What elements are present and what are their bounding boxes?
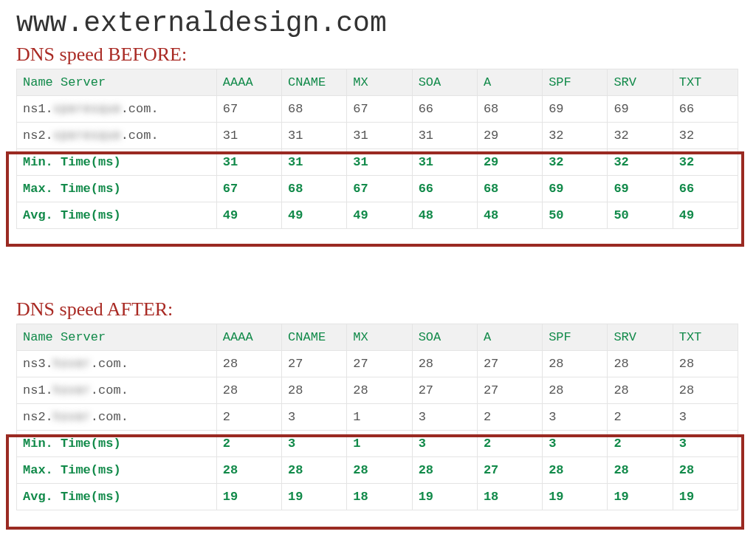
cell: 27 — [477, 377, 542, 404]
col-a: A — [477, 69, 542, 96]
server-name: ns2.hover.com. — [17, 404, 217, 431]
cell: 69 — [543, 96, 608, 123]
cell: 67 — [216, 96, 281, 123]
cell: 28 — [543, 457, 608, 484]
cell: 67 — [347, 176, 412, 202]
stat-label: Avg. Time(ms) — [17, 484, 217, 510]
cell: 3 — [412, 404, 477, 431]
stat-row-min: Min. Time(ms) 2 3 1 3 2 3 2 3 — [17, 431, 738, 457]
cell: 2 — [216, 431, 281, 457]
cell: 31 — [347, 123, 412, 149]
cell: 69 — [608, 96, 673, 123]
col-a: A — [477, 324, 542, 351]
table-row: ns1.hover.com. 28 28 28 27 27 28 28 28 — [17, 377, 738, 404]
cell: 28 — [412, 457, 477, 484]
stat-label: Max. Time(ms) — [17, 457, 217, 484]
cell: 28 — [673, 351, 738, 377]
cell: 28 — [412, 351, 477, 377]
cell: 32 — [673, 123, 738, 149]
server-name: ns2.xperesque.com. — [17, 123, 217, 149]
col-aaaa: AAAA — [216, 324, 281, 351]
cell: 19 — [543, 484, 608, 510]
cell: 3 — [282, 404, 347, 431]
cell: 32 — [543, 149, 608, 176]
cell: 27 — [477, 351, 542, 377]
cell: 50 — [543, 202, 608, 229]
cell: 29 — [477, 123, 542, 149]
stat-row-min: Min. Time(ms) 31 31 31 31 29 32 32 32 — [17, 149, 738, 176]
cell: 18 — [477, 484, 542, 510]
server-name: ns3.hover.com. — [17, 351, 217, 377]
cell: 3 — [543, 404, 608, 431]
table-row: ns1.xperesque.com. 67 68 67 66 68 69 69 … — [17, 96, 738, 123]
cell: 32 — [543, 123, 608, 149]
cell: 68 — [282, 96, 347, 123]
cell: 31 — [216, 123, 281, 149]
col-mx: MX — [347, 69, 412, 96]
cell: 28 — [673, 457, 738, 484]
cell: 3 — [673, 431, 738, 457]
table-header-row: Name Server AAAA CNAME MX SOA A SPF SRV … — [17, 69, 738, 96]
cell: 31 — [412, 149, 477, 176]
cell: 28 — [673, 377, 738, 404]
cell: 19 — [608, 484, 673, 510]
col-mx: MX — [347, 324, 412, 351]
cell: 31 — [282, 149, 347, 176]
cell: 32 — [608, 123, 673, 149]
cell: 2 — [477, 404, 542, 431]
cell: 66 — [673, 176, 738, 202]
cell: 31 — [347, 149, 412, 176]
cell: 18 — [347, 484, 412, 510]
stat-label: Min. Time(ms) — [17, 149, 217, 176]
cell: 28 — [282, 457, 347, 484]
stat-row-avg: Avg. Time(ms) 49 49 49 48 48 50 50 49 — [17, 202, 738, 229]
cell: 68 — [282, 176, 347, 202]
cell: 67 — [347, 96, 412, 123]
cell: 19 — [673, 484, 738, 510]
server-name: ns1.xperesque.com. — [17, 96, 217, 123]
cell: 28 — [543, 377, 608, 404]
dns-table-after: Name Server AAAA CNAME MX SOA A SPF SRV … — [16, 324, 738, 510]
cell: 27 — [347, 351, 412, 377]
server-name: ns1.hover.com. — [17, 377, 217, 404]
cell: 49 — [216, 202, 281, 229]
cell: 28 — [543, 351, 608, 377]
col-soa: SOA — [412, 69, 477, 96]
cell: 68 — [477, 96, 542, 123]
cell: 19 — [282, 484, 347, 510]
cell: 1 — [347, 404, 412, 431]
cell: 2 — [216, 404, 281, 431]
cell: 68 — [477, 176, 542, 202]
cell: 49 — [347, 202, 412, 229]
cell: 48 — [477, 202, 542, 229]
cell: 32 — [673, 149, 738, 176]
col-cname: CNAME — [282, 69, 347, 96]
cell: 66 — [412, 176, 477, 202]
cell: 19 — [216, 484, 281, 510]
col-aaaa: AAAA — [216, 69, 281, 96]
cell: 2 — [608, 431, 673, 457]
cell: 31 — [282, 123, 347, 149]
cell: 49 — [282, 202, 347, 229]
cell: 32 — [608, 149, 673, 176]
stat-row-max: Max. Time(ms) 67 68 67 66 68 69 69 66 — [17, 176, 738, 202]
cell: 69 — [608, 176, 673, 202]
page-title: www.externaldesign.com — [16, 7, 740, 39]
cell: 27 — [412, 377, 477, 404]
col-name-server: Name Server — [17, 69, 217, 96]
cell: 66 — [412, 96, 477, 123]
stat-row-max: Max. Time(ms) 28 28 28 28 27 28 28 28 — [17, 457, 738, 484]
cell: 2 — [608, 404, 673, 431]
cell: 67 — [216, 176, 281, 202]
cell: 49 — [673, 202, 738, 229]
col-soa: SOA — [412, 324, 477, 351]
cell: 28 — [347, 457, 412, 484]
table-row: ns3.hover.com. 28 27 27 28 27 28 28 28 — [17, 351, 738, 377]
stat-label: Min. Time(ms) — [17, 431, 217, 457]
col-spf: SPF — [543, 324, 608, 351]
cell: 28 — [608, 457, 673, 484]
table-row: ns2.hover.com. 2 3 1 3 2 3 2 3 — [17, 404, 738, 431]
col-txt: TXT — [673, 69, 738, 96]
cell: 29 — [477, 149, 542, 176]
cell: 28 — [216, 377, 281, 404]
